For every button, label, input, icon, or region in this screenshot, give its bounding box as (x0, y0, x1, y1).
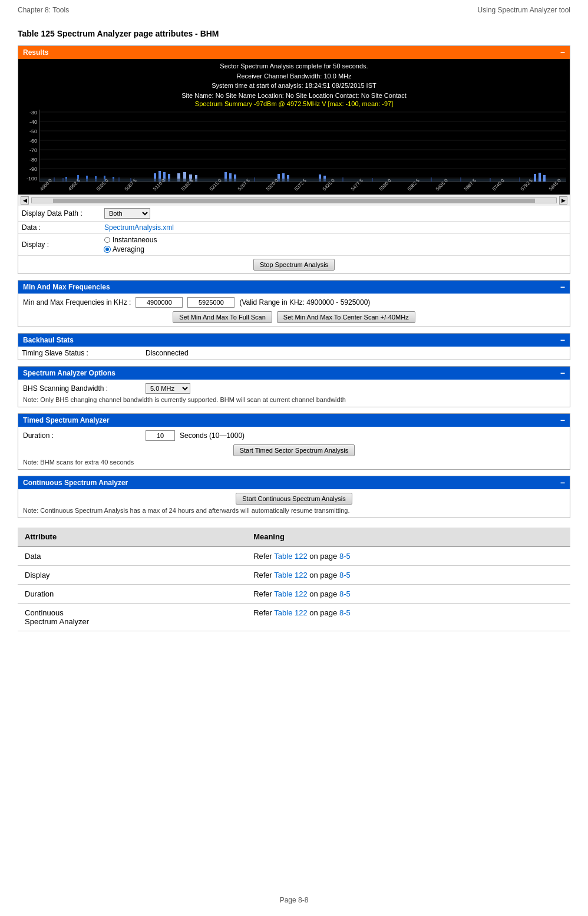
svg-text:-40: -40 (29, 119, 37, 125)
stop-button-row: Stop Spectrum Analysis (18, 256, 570, 274)
duration-input[interactable] (146, 430, 175, 441)
backhaul-panel: Backhaul Stats − Timing Slave Status : D… (18, 333, 570, 360)
averaging-radio[interactable] (104, 246, 110, 252)
display-data-path-select[interactable]: Both Horizontal Vertical (104, 208, 150, 219)
table-link[interactable]: Table 122 (274, 571, 307, 579)
meaning-cell: Refer Table 122 on page 8-5 (246, 566, 570, 585)
scroll-track[interactable] (31, 197, 557, 203)
timed-title: Timed Spectrum Analyzer (23, 416, 110, 424)
min-max-panel-body: Min and Max Frequencies in KHz : (Valid … (18, 294, 570, 327)
display-row: Display : Instantaneous Averaging (18, 234, 570, 256)
table-link[interactable]: Table 122 (274, 608, 307, 617)
main-content: Table 125 Spectrum Analyzer page attribu… (0, 17, 588, 667)
min-max-title: Min And Max Frequencies (23, 283, 110, 291)
table-header-row: Attribute Meaning (18, 528, 570, 546)
svg-rect-52 (534, 174, 536, 182)
continuous-note: Note: Continuous Spectrum Analysis has a… (23, 507, 565, 514)
spectrum-options-collapse-button[interactable]: − (560, 368, 565, 378)
spectrum-chart: Sector Spectrum Analysis complete for 50… (18, 59, 570, 195)
page-footer: Page 8-8 (0, 896, 588, 904)
svg-text:-30: -30 (29, 110, 37, 116)
results-collapse-button[interactable]: − (560, 48, 565, 57)
svg-rect-49 (460, 177, 461, 182)
attribute-cell: Duration (18, 585, 246, 604)
data-link[interactable]: SpectrumAnalysis.xml (104, 223, 174, 232)
chart-header: Sector Spectrum Analysis complete for 50… (18, 59, 570, 100)
results-panel: Results − Sector Spectrum Analysis compl… (18, 45, 570, 274)
backhaul-panel-header: Backhaul Stats − (18, 334, 570, 347)
col-meaning: Meaning (246, 528, 570, 546)
svg-rect-43 (118, 177, 120, 182)
svg-text:-100: -100 (27, 176, 37, 182)
duration-label: Duration : (23, 431, 141, 440)
svg-rect-48 (431, 177, 432, 182)
svg-rect-54 (543, 175, 546, 182)
instantaneous-radio[interactable] (104, 237, 110, 243)
max-freq-input[interactable] (187, 297, 234, 308)
svg-rect-41 (54, 177, 55, 182)
attribute-cell: Continuous Spectrum Analyzer (18, 604, 246, 631)
page-link[interactable]: 8-5 (339, 571, 351, 579)
meaning-text: Refer (253, 552, 274, 561)
svg-rect-46 (342, 177, 343, 182)
page-header: Chapter 8: Tools Using Spectrum Analyzer… (0, 0, 588, 17)
start-timed-row: Start Timed Sector Spectrum Analysis (23, 444, 565, 456)
attribute-table: Attribute Meaning DataRefer Table 122 on… (18, 528, 570, 631)
meaning-cell: Refer Table 122 on page 8-5 (246, 604, 570, 631)
page-link[interactable]: 8-5 (339, 552, 351, 561)
meaning-text: Refer (253, 608, 274, 617)
instantaneous-radio-item: Instantaneous (104, 236, 157, 244)
page-link[interactable]: 8-5 (339, 589, 351, 598)
col-attribute: Attribute (18, 528, 246, 546)
scroll-right-arrow[interactable]: ▶ (559, 196, 567, 205)
start-timed-button[interactable]: Start Timed Sector Spectrum Analysis (233, 444, 355, 456)
center-scan-button[interactable]: Set Min And Max To Center Scan +/-40MHz (277, 311, 415, 323)
page-link[interactable]: 8-5 (339, 608, 351, 617)
svg-text:-50: -50 (29, 128, 37, 134)
duration-row: Duration : Seconds (10—1000) (23, 430, 565, 441)
display-data-path-row: Display Data Path : Both Horizontal Vert… (18, 206, 570, 222)
data-row: Data : SpectrumAnalysis.xml (18, 222, 570, 234)
bhs-row: BHS Scanning Bandwidth : 5.0 MHz 10.0 MH… (23, 383, 565, 394)
link-suffix: on page (308, 608, 339, 617)
display-data-path-label: Display Data Path : (22, 209, 98, 218)
min-max-panel: Min And Max Frequencies − Min and Max Fr… (18, 280, 570, 327)
spectrum-options-header: Spectrum Analyzer Options − (18, 367, 570, 380)
min-freq-input[interactable] (136, 297, 183, 308)
meaning-cell: Refer Table 122 on page 8-5 (246, 585, 570, 604)
chart-scrollbar[interactable]: ◀ ▶ (18, 195, 570, 206)
table-link[interactable]: Table 122 (274, 552, 307, 561)
timed-panel: Timed Spectrum Analyzer − Duration : Sec… (18, 413, 570, 470)
svg-rect-50 (490, 178, 491, 182)
spectrum-options-note: Note: Only BHS changing channel bandwidt… (23, 396, 565, 403)
backhaul-panel-body: Timing Slave Status : Disconnected (18, 347, 570, 360)
backhaul-collapse-button[interactable]: − (560, 335, 565, 345)
spectrum-options-panel: Spectrum Analyzer Options − BHS Scanning… (18, 366, 570, 407)
scroll-left-arrow[interactable]: ◀ (21, 196, 29, 205)
freq-buttons-row: Set Min And Max To Full Scan Set Min And… (23, 311, 565, 323)
link-suffix: on page (308, 589, 339, 598)
table-link[interactable]: Table 122 (274, 589, 307, 598)
results-panel-body: Sector Spectrum Analysis complete for 50… (18, 59, 570, 274)
table-row: Continuous Spectrum AnalyzerRefer Table … (18, 604, 570, 631)
svg-rect-47 (372, 178, 373, 182)
min-max-collapse-button[interactable]: − (560, 282, 565, 292)
table-row: DisplayRefer Table 122 on page 8-5 (18, 566, 570, 585)
bhs-select[interactable]: 5.0 MHz 10.0 MHz 20.0 MHz 40.0 MHz (146, 383, 190, 394)
start-continuous-button[interactable]: Start Continuous Spectrum Analysis (236, 493, 352, 505)
freq-input-row: Min and Max Frequencies in KHz : (Valid … (23, 297, 565, 308)
duration-suffix: Seconds (10—1000) (180, 431, 245, 440)
start-continuous-row: Start Continuous Spectrum Analysis (23, 493, 565, 505)
timed-collapse-button[interactable]: − (560, 416, 565, 425)
stop-spectrum-button[interactable]: Stop Spectrum Analysis (253, 259, 335, 271)
continuous-collapse-button[interactable]: − (560, 478, 565, 487)
svg-text:-80: -80 (29, 157, 37, 163)
averaging-radio-item: Averaging (104, 245, 157, 253)
attribute-cell: Data (18, 546, 246, 566)
scroll-thumb[interactable] (53, 199, 536, 203)
spectrum-options-body: BHS Scanning Bandwidth : 5.0 MHz 10.0 MH… (18, 380, 570, 407)
data-label: Data : (22, 223, 98, 232)
svg-rect-51 (519, 177, 520, 182)
page-number: Page 8-8 (280, 896, 309, 904)
full-scan-button[interactable]: Set Min And Max To Full Scan (173, 311, 272, 323)
